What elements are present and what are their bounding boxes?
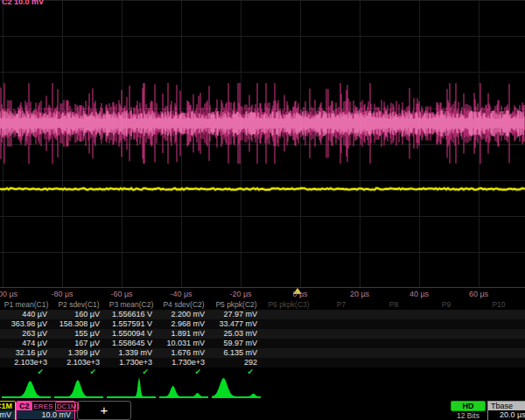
measurement-cell: 32.16 µV xyxy=(0,348,52,358)
measurement-cell xyxy=(368,319,420,329)
measurement-cell xyxy=(420,348,472,358)
measurement-cell: 6.135 mV xyxy=(210,348,262,358)
param-header-p10[interactable]: P10 xyxy=(472,300,525,310)
histicon-p5[interactable] xyxy=(212,375,261,400)
timebase-title: Tbase xyxy=(488,402,525,410)
measurement-cell xyxy=(368,339,420,348)
measurement-cell: 263 µV xyxy=(0,329,52,339)
measurement-cell: 1.676 mV xyxy=(158,348,210,358)
param-header-p8[interactable]: P8 xyxy=(368,300,420,310)
measurement-cell xyxy=(420,319,472,329)
histicon-p1[interactable] xyxy=(2,375,51,400)
measurement-cell xyxy=(472,358,525,368)
measurement-cell: 59.97 mV xyxy=(210,339,262,348)
time-axis-label: -80 µs xyxy=(51,290,73,298)
measurement-cell xyxy=(472,310,525,319)
measurement-cell: 1.557591 V xyxy=(105,319,158,329)
time-axis-label: 60 µs xyxy=(469,290,488,298)
histicon-p2[interactable] xyxy=(54,375,103,400)
timebase-value: 20.0 µs xyxy=(488,410,525,419)
measurement-cell: 474 µV xyxy=(0,339,52,348)
param-header-p2[interactable]: P2 sdev(C1) xyxy=(52,300,105,310)
time-axis-label: -60 µs xyxy=(110,290,132,298)
measurement-cell: 1.730e+3 xyxy=(158,358,210,368)
measurement-cell xyxy=(315,310,368,319)
measurement-cell: 1.891 mV xyxy=(158,329,210,339)
measurement-cell xyxy=(472,348,525,358)
measurement-cell: 27.97 mV xyxy=(210,310,262,319)
param-header-p3[interactable]: P3 mean(C2) xyxy=(105,300,158,310)
measurement-table: P1 mean(C1)P2 sdev(C1)P3 mean(C2)P4 sdev… xyxy=(0,300,525,374)
time-axis-label: -20 µs xyxy=(229,290,251,298)
measurement-cell xyxy=(420,339,472,348)
measurement-cell: 167 µV xyxy=(52,339,105,348)
measurement-cell: 160 µV xyxy=(52,310,105,319)
measurement-cell: 33.477 mV xyxy=(210,319,262,329)
measurement-cell xyxy=(472,329,525,339)
measurement-cell: 2.200 mV xyxy=(158,310,210,319)
measurement-cell xyxy=(472,319,525,329)
measurement-cell xyxy=(315,319,368,329)
measurement-cell: 1.558645 V xyxy=(105,339,158,348)
measurement-cell: 1.550094 V xyxy=(105,329,158,339)
measurement-cell: 292 xyxy=(210,358,262,368)
measurement-cell xyxy=(315,358,368,368)
measurement-cell xyxy=(420,329,472,339)
measurement-cell xyxy=(262,358,315,368)
measurement-cell: 2.103e+3 xyxy=(52,358,105,368)
measurement-cell: 2.103e+3 xyxy=(0,358,52,368)
measurement-cell xyxy=(472,339,525,348)
measurement-cell xyxy=(368,358,420,368)
measurement-cell xyxy=(315,339,368,348)
measurement-cell xyxy=(420,358,472,368)
measurement-cell: 10.031 mV xyxy=(158,339,210,348)
time-axis-label: 20 µs xyxy=(350,290,369,298)
measurement-cell: 1.730e+3 xyxy=(105,358,158,368)
measurement-cell xyxy=(315,348,368,358)
param-header-p7[interactable]: P7 xyxy=(315,300,368,310)
measurement-cell: 155 µV xyxy=(52,329,105,339)
measurement-cell: 25.03 mV xyxy=(210,329,262,339)
param-header-p4[interactable]: P4 sdev(C2) xyxy=(158,300,210,310)
histicon-p4[interactable] xyxy=(159,375,208,400)
channel2-mode: ERES xyxy=(34,402,53,410)
measurement-cell: 2.968 mV xyxy=(158,319,210,329)
time-axis: -100 µs-80 µs-60 µs-40 µs-20 µs0 µs20 µs… xyxy=(0,288,525,300)
measurement-cell xyxy=(315,329,368,339)
param-header-p6[interactable]: P6 pkpk(C3) xyxy=(262,300,315,310)
hd-indicator: HD 12 Bits xyxy=(451,401,486,420)
time-axis-label: -100 µs xyxy=(0,290,18,298)
channel1-descriptor[interactable]: DC1M 10.0 mV xyxy=(0,401,16,420)
measurement-cell: 1.339 mV xyxy=(105,348,158,358)
time-axis-label: 40 µs xyxy=(410,290,429,298)
measurement-cell: 440 µV xyxy=(0,310,52,319)
measurement-cell: 1.556616 V xyxy=(105,310,158,319)
timebase-descriptor[interactable]: Tbase 20.0 µs xyxy=(487,401,525,420)
measurement-cell: 158.308 µV xyxy=(52,319,105,329)
time-axis-label: -40 µs xyxy=(170,290,192,298)
add-trace-button[interactable]: + xyxy=(77,401,131,420)
measurement-cell xyxy=(262,319,315,329)
histicon-p3[interactable] xyxy=(107,375,156,400)
histicon-row xyxy=(0,374,525,401)
param-header-p9[interactable]: P9 xyxy=(420,300,472,310)
measurement-cell xyxy=(368,310,420,319)
hd-mode-badge[interactable]: HD xyxy=(451,401,486,411)
measurement-cell xyxy=(262,310,315,319)
param-header-p5[interactable]: P5 pkpk(C2) xyxy=(210,300,262,310)
measurement-cell xyxy=(262,348,315,358)
measurement-cell xyxy=(420,310,472,319)
channel2-descriptor[interactable]: C2ERES DC1M 10.0 mV xyxy=(16,401,75,420)
measurement-cell xyxy=(368,329,420,339)
channel2-tab[interactable]: C2 xyxy=(17,402,32,410)
measurement-cell xyxy=(262,339,315,348)
waveform-plot xyxy=(0,0,525,288)
measurement-cell: 1.399 µV xyxy=(52,348,105,358)
channel1-vdiv: 10.0 mV xyxy=(0,410,15,419)
measurement-cell xyxy=(368,348,420,358)
oscilloscope-screen: C2 10.0 mV -100 µs-80 µs-60 µs-40 µs-20 … xyxy=(0,0,525,420)
param-header-p1[interactable]: P1 mean(C1) xyxy=(0,300,52,310)
time-axis-label: 0 µs xyxy=(292,290,307,298)
waveform-grid[interactable]: C2 10.0 mV xyxy=(0,0,525,288)
channel1-coupling: DC1M xyxy=(0,402,15,410)
